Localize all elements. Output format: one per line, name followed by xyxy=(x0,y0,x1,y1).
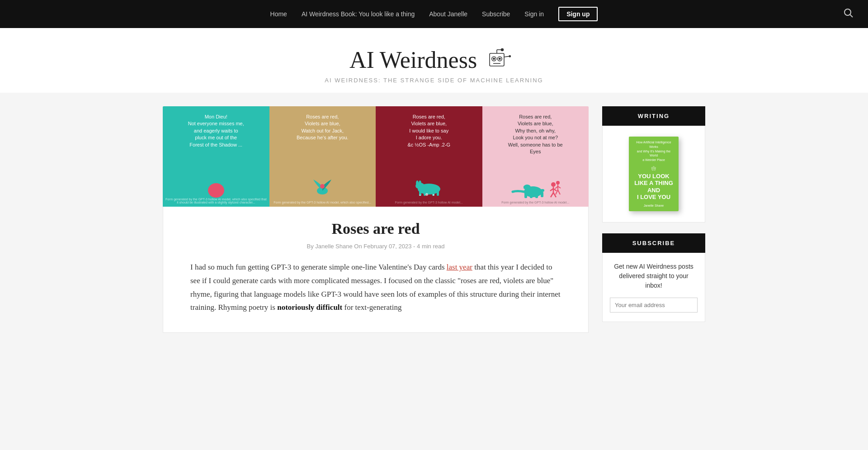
book-robot-icon xyxy=(642,166,665,171)
robot-logo-icon xyxy=(482,46,519,73)
panel-2-caption: Form generated by the GPT-3 hollow AI mo… xyxy=(272,201,373,204)
svg-point-24 xyxy=(419,180,421,186)
svg-rect-30 xyxy=(524,192,527,198)
svg-rect-19 xyxy=(424,190,426,196)
panel-1-text: Mon Dieu!Not everyone misses me,and eage… xyxy=(166,110,266,152)
svg-line-1 xyxy=(850,14,853,17)
subscribe-box: Get new AI Weirdness posts delivered str… xyxy=(602,253,705,322)
article-meta: By Janelle Shane On February 07, 2023 - … xyxy=(190,243,561,250)
book-cover[interactable]: How Artificial Intelligence Worksand Why… xyxy=(629,137,679,211)
svg-point-13 xyxy=(208,183,224,198)
card-panel-1: Mon Dieu!Not everyone misses me,and eage… xyxy=(163,106,269,207)
book-cover-title: YOU LOOKLIKE A THINGANDI LOVE YOU xyxy=(634,173,673,201)
tomato-icon xyxy=(205,176,227,199)
svg-line-39 xyxy=(551,193,553,197)
body-end: for text-generating xyxy=(342,303,401,312)
svg-rect-21 xyxy=(437,189,439,196)
site-tagline: AI WEIRDNESS: THE STRANGE SIDE OF MACHIN… xyxy=(9,77,859,84)
panel-3-caption: Form generated by the GPT-3 hollow AI mo… xyxy=(393,201,465,204)
sidebar-writing-header: WRITING xyxy=(602,106,705,126)
article-image-strip: Mon Dieu!Not everyone misses me,and eage… xyxy=(163,106,589,207)
site-title: AI Weirdness xyxy=(349,47,477,73)
donkey-icon xyxy=(411,173,447,196)
book-cover-section: How Artificial Intelligence Worksand Why… xyxy=(602,126,705,223)
search-icon[interactable] xyxy=(844,8,854,20)
main-nav: Home AI Weirdness Book: You look like a … xyxy=(0,0,868,28)
svg-point-6 xyxy=(499,58,500,59)
article-body: Roses are red By Janelle Shane On Februa… xyxy=(163,207,589,333)
svg-point-37 xyxy=(551,182,556,187)
card-panel-3: Roses are red,Violets are blue,I would l… xyxy=(376,106,482,207)
subscribe-email-input[interactable] xyxy=(610,298,698,313)
card-panel-4: Roses are red,Violets are blue,Why then,… xyxy=(482,106,589,207)
article-text: I had so much fun getting GPT-3 to gener… xyxy=(190,261,561,314)
subscribe-description: Get new AI Weirdness posts delivered str… xyxy=(610,262,698,290)
nav-subscribe[interactable]: Subscribe xyxy=(482,10,510,18)
svg-point-43 xyxy=(556,181,560,185)
svg-rect-29 xyxy=(541,189,544,192)
body-bold: notoriously difficult xyxy=(277,303,342,312)
svg-point-4 xyxy=(493,58,495,59)
svg-point-12 xyxy=(509,56,510,57)
panel-4-text: Roses are red,Violets are blue,Why then,… xyxy=(486,110,585,159)
svg-point-51 xyxy=(653,168,653,169)
svg-rect-36 xyxy=(525,185,527,188)
panel-4-caption: Form generated by the GPT-3 hollow AI mo… xyxy=(500,201,571,204)
book-author: Janelle Shane xyxy=(644,204,664,208)
body-link[interactable]: last year xyxy=(447,263,472,271)
body-intro: I had so much fun getting GPT-3 to gener… xyxy=(190,263,447,271)
nav-book[interactable]: AI Weirdness Book: You look like a thing xyxy=(302,10,415,18)
svg-point-23 xyxy=(416,180,419,186)
svg-rect-33 xyxy=(541,192,543,197)
svg-rect-31 xyxy=(530,193,533,198)
svg-point-55 xyxy=(653,166,654,166)
svg-rect-49 xyxy=(652,167,656,170)
panel-1-caption: Form generated by the GPT-3 hollow AI mo… xyxy=(163,198,269,204)
sidebar: WRITING How Artificial Intelligence Work… xyxy=(602,106,705,333)
svg-line-11 xyxy=(504,56,509,57)
svg-rect-32 xyxy=(535,193,538,198)
panel-3-text: Roses are red,Violets are blue,I would l… xyxy=(379,110,479,152)
svg-point-16 xyxy=(320,184,325,189)
svg-line-40 xyxy=(553,193,556,197)
svg-point-26 xyxy=(433,194,434,196)
book-cover-small-text: How Artificial Intelligence Worksand Why… xyxy=(632,140,675,162)
nav-home[interactable]: Home xyxy=(270,10,287,18)
nav-about[interactable]: About Janelle xyxy=(429,10,467,18)
svg-line-46 xyxy=(558,190,560,194)
nav-signin[interactable]: Sign in xyxy=(524,10,544,18)
svg-point-0 xyxy=(844,9,851,15)
svg-point-53 xyxy=(654,168,655,169)
article-column: Mon Dieu!Not everyone misses me,and eage… xyxy=(163,106,589,333)
article-title: Roses are red xyxy=(190,220,561,237)
site-header: AI Weirdness AI WEIRDNESS: THE STRANGE S… xyxy=(0,28,868,93)
svg-point-9 xyxy=(501,49,504,51)
dinosaur-icon xyxy=(508,175,562,199)
flower-icon xyxy=(309,171,336,198)
svg-rect-35 xyxy=(524,186,525,189)
svg-point-25 xyxy=(425,193,428,196)
card-panel-2: Roses are red,Violets are blue,Watch out… xyxy=(269,106,376,207)
sidebar-subscribe-header: SUBSCRIBE xyxy=(602,233,705,253)
signup-button[interactable]: Sign up xyxy=(558,7,598,21)
panel-2-text: Roses are red,Violets are blue,Watch out… xyxy=(273,110,373,145)
